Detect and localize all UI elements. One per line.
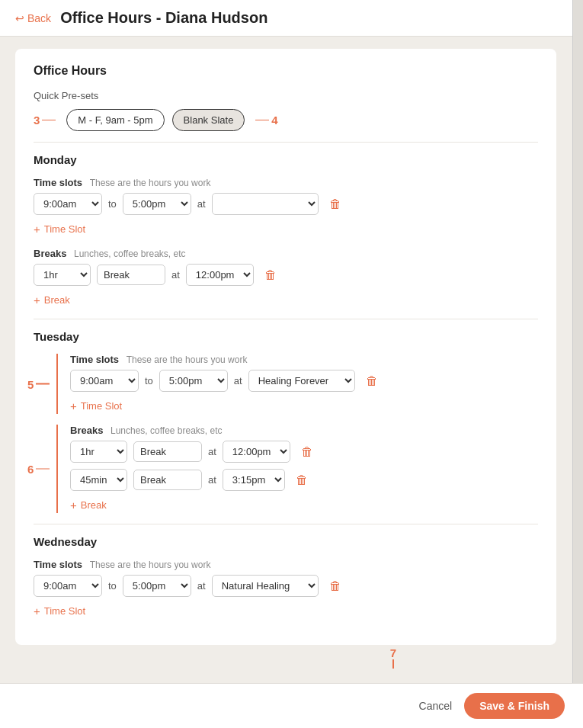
- monday-add-timeslot[interactable]: + Time Slot: [34, 221, 85, 237]
- plus-icon: +: [34, 293, 40, 306]
- wednesday-start-time[interactable]: 9:00am: [34, 575, 102, 597]
- monday-break-time[interactable]: 12:00pm: [186, 264, 254, 286]
- plus-icon: +: [70, 499, 77, 512]
- tuesday-breaks-label: Breaks Lunches, coffee breaks, etc: [70, 425, 538, 436]
- wednesday-timeslots-label: Time slots These are the hours you work: [34, 559, 538, 570]
- annotation-5: 5: [27, 377, 50, 390]
- tuesday-break2-name[interactable]: [133, 470, 202, 490]
- card-title: Office Hours: [34, 64, 538, 78]
- tuesday-delete-break2[interactable]: 🗑: [291, 472, 312, 489]
- monday-timeslots: Time slots These are the hours you work …: [34, 177, 538, 237]
- wednesday-title: Wednesday: [34, 535, 538, 548]
- cancel-button[interactable]: Cancel: [419, 700, 453, 712]
- monday-break-duration[interactable]: 1hr: [34, 264, 91, 286]
- tuesday-section: Tuesday 5 Time slots These are the hours…: [34, 330, 538, 513]
- tuesday-delete-timeslot[interactable]: 🗑: [361, 373, 383, 390]
- monday-break-name[interactable]: [97, 265, 165, 285]
- monday-end-time[interactable]: 5:00pm: [123, 193, 191, 215]
- annotation-7: 7: [390, 646, 396, 669]
- monday-section: Monday Time slots These are the hours yo…: [34, 153, 538, 308]
- tuesday-break1-name[interactable]: [133, 441, 202, 462]
- tuesday-break1-time[interactable]: 12:00pm: [223, 441, 290, 463]
- back-button[interactable]: ↩ Back: [15, 12, 51, 24]
- monday-location[interactable]: [212, 193, 319, 215]
- plus-icon: +: [34, 223, 40, 236]
- tuesday-breaks-bracket: Breaks Lunches, coffee breaks, etc 1hr a…: [56, 425, 538, 513]
- back-label: Back: [27, 12, 51, 24]
- tuesday-start-time[interactable]: 9:00am: [70, 370, 139, 392]
- scrollbar-right[interactable]: [572, 0, 583, 728]
- back-arrow-icon: ↩: [15, 12, 24, 24]
- monday-breaks-label: Breaks Lunches, coffee breaks, etc: [34, 248, 538, 259]
- monday-title: Monday: [34, 153, 538, 166]
- wednesday-timeslots: Time slots These are the hours you work …: [34, 559, 538, 619]
- monday-delete-timeslot[interactable]: 🗑: [325, 196, 346, 213]
- monday-break-row: 1hr at 12:00pm 🗑: [34, 264, 538, 286]
- wednesday-to-label: to: [108, 580, 117, 592]
- tuesday-location[interactable]: Healing Forever: [248, 370, 355, 392]
- monday-time-row: 9:00am to 5:00pm at 🗑: [34, 193, 538, 215]
- monday-at-label: at: [197, 198, 206, 210]
- monday-break-at: at: [171, 269, 180, 281]
- preset-mf-button[interactable]: M - F, 9am - 5pm: [66, 109, 164, 131]
- wednesday-end-time[interactable]: 5:00pm: [123, 575, 191, 597]
- plus-icon: +: [70, 399, 77, 412]
- monday-delete-break[interactable]: 🗑: [260, 267, 281, 284]
- annotation-6: 6: [27, 463, 50, 476]
- ann3-dash: [42, 120, 56, 121]
- tuesday-break2-time[interactable]: 3:15pm: [223, 469, 285, 491]
- page-title: Office Hours - Diana Hudson: [60, 9, 267, 27]
- tuesday-end-time[interactable]: 5:00pm: [159, 370, 228, 392]
- wednesday-location[interactable]: Natural Healing: [212, 575, 319, 597]
- ann4-dash: [255, 120, 269, 121]
- main-content: Office Hours Quick Pre-sets 3 M - F, 9am…: [0, 37, 572, 689]
- wednesday-at-label: at: [197, 580, 206, 592]
- tuesday-break1-at: at: [208, 446, 216, 457]
- wednesday-section: Wednesday Time slots These are the hours…: [34, 535, 538, 619]
- tuesday-timeslots-wrapper: 5 Time slots These are the hours you wor…: [56, 354, 538, 414]
- annotation-7-area: 7: [15, 654, 556, 677]
- wednesday-time-row: 9:00am to 5:00pm at Natural Healing 🗑: [34, 575, 538, 597]
- tuesday-add-break[interactable]: + Break: [70, 497, 107, 513]
- monday-to-label: to: [108, 198, 117, 210]
- footer-bar: Cancel Save & Finish: [0, 683, 583, 728]
- ann6-dash: [36, 468, 50, 470]
- ann7-line: [392, 659, 394, 669]
- quick-presets-label: Quick Pre-sets: [34, 90, 538, 101]
- monday-timeslots-label: Time slots These are the hours you work: [34, 177, 538, 188]
- tuesday-time-row: 9:00am to 5:00pm at Healing Forever 🗑: [70, 370, 538, 392]
- ann5-dash: [36, 383, 50, 385]
- wednesday-delete-timeslot[interactable]: 🗑: [325, 578, 346, 595]
- tuesday-break2-row: 45min at 3:15pm 🗑: [70, 469, 538, 491]
- preset-blank-button[interactable]: Blank Slate: [172, 109, 245, 131]
- tuesday-add-timeslot[interactable]: + Time Slot: [70, 398, 122, 414]
- tuesday-title: Tuesday: [34, 330, 538, 343]
- tuesday-break1-duration[interactable]: 1hr: [70, 441, 127, 463]
- annotation-3: 3: [34, 114, 56, 127]
- tuesday-break1-row: 1hr at 12:00pm 🗑: [70, 441, 538, 463]
- wednesday-add-timeslot[interactable]: + Time Slot: [34, 603, 85, 619]
- annotation-4: 4: [255, 114, 277, 127]
- tuesday-timeslots-label: Time slots These are the hours you work: [70, 354, 538, 365]
- monday-start-time[interactable]: 9:00am: [34, 193, 102, 215]
- tuesday-timeslots: Time slots These are the hours you work …: [70, 354, 538, 414]
- monday-add-break[interactable]: + Break: [34, 292, 70, 308]
- monday-breaks: Breaks Lunches, coffee breaks, etc 1hr a…: [34, 248, 538, 308]
- presets-row: 3 M - F, 9am - 5pm Blank Slate 4: [34, 109, 538, 131]
- tuesday-timeslots-bracket: Time slots These are the hours you work …: [56, 354, 538, 414]
- office-hours-card: Office Hours Quick Pre-sets 3 M - F, 9am…: [15, 49, 556, 645]
- tuesday-at-label: at: [234, 375, 242, 386]
- header: ↩ Back Office Hours - Diana Hudson: [0, 0, 583, 37]
- plus-icon: +: [34, 605, 40, 617]
- tuesday-to-label: to: [145, 375, 153, 386]
- tuesday-breaks-wrapper: 6 Breaks Lunches, coffee breaks, etc 1hr: [56, 425, 538, 513]
- tuesday-breaks: Breaks Lunches, coffee breaks, etc 1hr a…: [70, 425, 538, 513]
- tuesday-delete-break1[interactable]: 🗑: [296, 444, 318, 460]
- tuesday-break2-duration[interactable]: 45min: [70, 469, 127, 491]
- tuesday-break2-at: at: [208, 474, 216, 486]
- save-finish-button[interactable]: Save & Finish: [464, 693, 565, 719]
